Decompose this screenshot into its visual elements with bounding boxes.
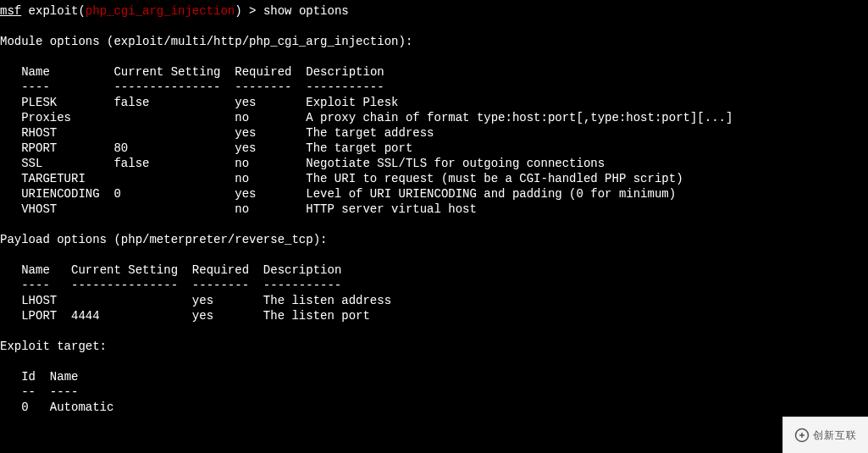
prompt-exploit-name: php_cgi_arg_injection <box>86 4 235 18</box>
watermark-badge: 创新互联 <box>782 417 868 453</box>
mod-col-name: Name Current Setting Required Descriptio… <box>0 65 733 216</box>
target-header: Exploit target: <box>0 340 107 353</box>
watermark-icon <box>794 428 810 443</box>
pay-col-name: Name Current Setting Required Descriptio… <box>0 263 391 323</box>
prompt-pre: exploit( <box>21 4 86 18</box>
prompt-command: show options <box>263 4 349 18</box>
module-header: Module options (exploit/multi/http/php_c… <box>0 35 412 48</box>
terminal-output[interactable]: msf exploit(php_cgi_arg_injection) > sho… <box>0 0 868 415</box>
tgt-col-name: Id Name -- ---- 0 Automatic <box>0 370 113 414</box>
prompt-msf: msf <box>0 4 21 18</box>
watermark-text: 创新互联 <box>813 428 857 443</box>
prompt-post: ) > <box>235 4 263 18</box>
payload-header: Payload options (php/meterpreter/reverse… <box>0 233 327 246</box>
